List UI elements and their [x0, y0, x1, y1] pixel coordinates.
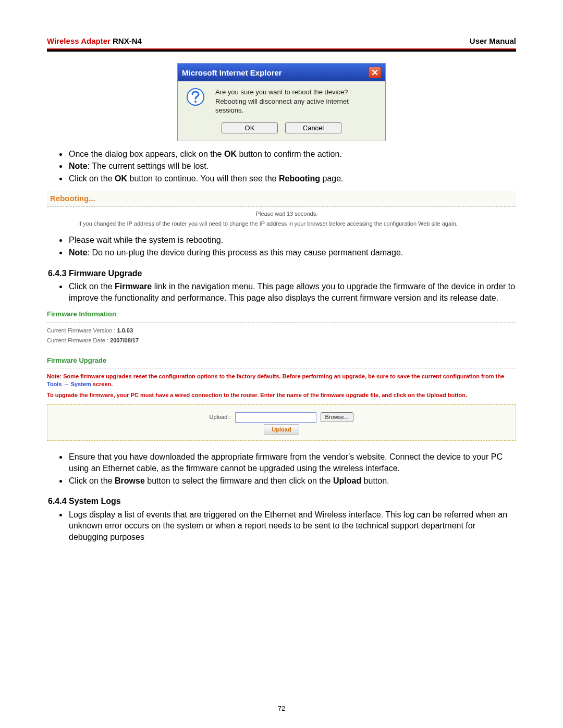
list-item: Click on the Browse button to select the… [68, 475, 516, 487]
product-name: Wireless Adapter [47, 36, 111, 45]
ok-button[interactable]: OK [222, 122, 278, 133]
ie-title-text: Microsoft Internet Explorer [182, 68, 282, 77]
list-643: Click on the Firmware link in the naviga… [68, 281, 516, 303]
close-icon[interactable] [369, 67, 381, 78]
list-item: Note: The current settings will be lost. [68, 161, 516, 172]
fw-note-2: To upgrade the firmware, your PC must ha… [47, 391, 516, 399]
rebooting-panel: Rebooting... Please wait 13 seconds. If … [47, 191, 516, 230]
ie-dialog: Microsoft Internet Explorer Are you sure… [177, 63, 386, 141]
ie-titlebar: Microsoft Internet Explorer [178, 64, 385, 81]
product-model: RNX-N4 [113, 36, 142, 45]
svg-point-1 [194, 101, 197, 103]
list-item: Click on the Firmware link in the naviga… [68, 281, 516, 303]
doc-type: User Manual [470, 36, 516, 45]
list-item: Note: Do no un-plug the device during th… [68, 247, 516, 258]
section-heading-643: 6.4.3 Firmware Upgrade [48, 268, 516, 279]
upload-label: Upload : [210, 413, 231, 421]
fw-upgrade-heading: Firmware Upgrade [47, 356, 516, 365]
fw-note-1: Note: Some firmware upgrades reset the c… [47, 373, 516, 388]
upload-button[interactable]: Upload [264, 424, 299, 435]
browse-button[interactable]: Browse... [321, 412, 354, 422]
list-item: Logs display a list of events that are t… [68, 509, 516, 543]
upload-area: Upload : Browse... Upload [47, 404, 516, 441]
rebooting-msg: If you changed the IP address of the rou… [78, 220, 495, 228]
page-number: 72 [0, 705, 563, 712]
fw-info-heading: Firmware Information [47, 310, 516, 319]
rebooting-wait: Please wait 13 seconds. [78, 210, 495, 218]
upload-input[interactable] [235, 412, 316, 423]
list-item: Ensure that you have downloaded the appr… [68, 451, 516, 474]
list-after-dialog: Once the dialog box appears, click on th… [68, 149, 516, 184]
section-heading-644: 6.4.4 System Logs [48, 496, 516, 507]
fw-date: Current Firmware Date : 2007/08/17 [47, 337, 516, 344]
rule-black [47, 50, 516, 52]
list-after-reboot: Please wait while the system is rebootin… [68, 235, 516, 258]
firmware-panel: Firmware Information Current Firmware Ve… [47, 310, 516, 441]
cancel-button[interactable]: Cancel [285, 122, 341, 133]
question-icon [186, 88, 206, 115]
list-644: Logs display a list of events that are t… [68, 509, 516, 543]
ie-message: Are you sure you want to reboot the devi… [215, 88, 377, 115]
page-header: Wireless Adapter RNX-N4 User Manual [47, 36, 516, 45]
list-item: Please wait while the system is rebootin… [68, 235, 516, 246]
list-item: Once the dialog box appears, click on th… [68, 149, 516, 160]
list-after-fw: Ensure that you have downloaded the appr… [68, 451, 516, 486]
rebooting-title: Rebooting... [47, 191, 516, 206]
list-item: Click on the OK button to continue. You … [68, 173, 516, 184]
fw-version: Current Firmware Version : 1.0.03 [47, 327, 516, 335]
